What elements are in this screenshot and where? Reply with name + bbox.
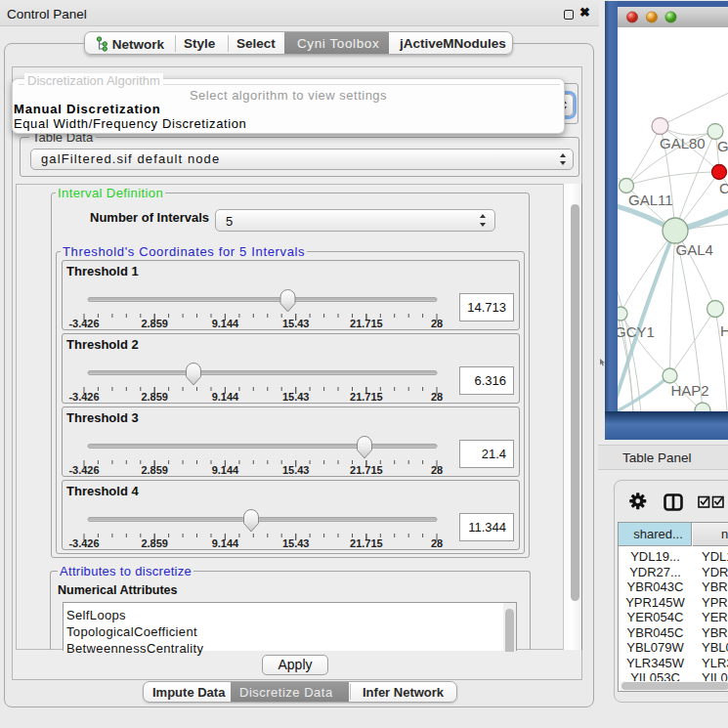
svg-text:9.144: 9.144 bbox=[212, 318, 239, 329]
svg-text:GAL4: GAL4 bbox=[676, 241, 713, 258]
svg-text:GCY1: GCY1 bbox=[618, 323, 655, 340]
svg-text:C: C bbox=[719, 180, 728, 196]
svg-text:HAP2: HAP2 bbox=[671, 382, 709, 399]
svg-text:GAL11: GAL11 bbox=[628, 192, 673, 208]
svg-text:9.144: 9.144 bbox=[212, 464, 239, 476]
svg-text:28: 28 bbox=[431, 537, 443, 549]
svg-text:-3.426: -3.426 bbox=[68, 318, 99, 329]
svg-text:15.43: 15.43 bbox=[282, 537, 310, 549]
svg-text:2.859: 2.859 bbox=[141, 464, 168, 476]
svg-text:9.144: 9.144 bbox=[212, 537, 239, 549]
svg-text:H: H bbox=[720, 322, 728, 339]
svg-text:15.43: 15.43 bbox=[282, 391, 310, 403]
svg-text:28: 28 bbox=[431, 391, 443, 403]
svg-text:GAL80: GAL80 bbox=[660, 135, 706, 151]
svg-text:15.43: 15.43 bbox=[282, 464, 310, 476]
svg-text:-3.426: -3.426 bbox=[68, 537, 99, 549]
svg-text:2.859: 2.859 bbox=[141, 391, 168, 403]
svg-text:9.144: 9.144 bbox=[212, 391, 239, 403]
svg-text:21.715: 21.715 bbox=[350, 464, 383, 476]
svg-text:28: 28 bbox=[431, 464, 443, 476]
svg-text:-3.426: -3.426 bbox=[68, 391, 99, 403]
svg-text:-3.426: -3.426 bbox=[68, 464, 99, 476]
svg-text:21.715: 21.715 bbox=[350, 318, 383, 329]
svg-text:2.859: 2.859 bbox=[141, 318, 168, 329]
svg-text:GA: GA bbox=[717, 138, 728, 154]
svg-text:21.715: 21.715 bbox=[350, 391, 383, 403]
svg-text:2.859: 2.859 bbox=[141, 537, 168, 549]
svg-text:28: 28 bbox=[431, 318, 443, 329]
svg-text:21.715: 21.715 bbox=[350, 537, 383, 549]
svg-text:15.43: 15.43 bbox=[282, 318, 310, 329]
